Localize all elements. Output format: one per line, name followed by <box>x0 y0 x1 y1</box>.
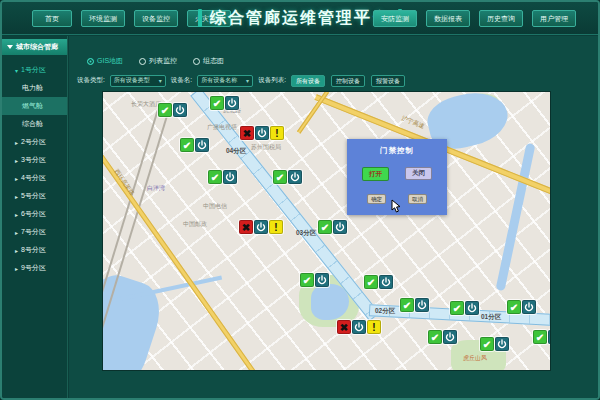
device-marker-fault[interactable]: ✖! <box>337 320 381 334</box>
power-icon[interactable] <box>522 300 536 314</box>
device-list-label: 设备列表: <box>258 76 286 85</box>
cancel-button[interactable]: 取消 <box>408 194 427 204</box>
view-mode-label: 列表监控 <box>149 56 177 66</box>
device-marker-ok[interactable]: ✔ <box>507 300 536 314</box>
view-mode-1[interactable]: 列表监控 <box>139 56 177 66</box>
power-icon[interactable] <box>415 298 429 312</box>
power-icon[interactable] <box>315 273 329 287</box>
device-filter-button-1[interactable]: 控制设备 <box>331 75 365 87</box>
header-nav-left-1[interactable]: 环境监测 <box>81 10 125 27</box>
zone-label: 01分区 <box>481 313 501 322</box>
power-icon[interactable] <box>333 220 347 234</box>
map-place-label: 虎丘山风 <box>463 354 487 363</box>
sidebar-item-4号分区[interactable]: ▸4号分区 <box>2 169 67 187</box>
sidebar-item-label: 5号分区 <box>21 191 46 201</box>
power-icon[interactable] <box>443 330 457 344</box>
confirm-button[interactable]: 确定 <box>367 194 386 204</box>
view-mode-0[interactable]: GIS地图 <box>87 56 123 66</box>
device-list-buttons: 所有设备控制设备报警设备 <box>291 75 405 87</box>
sidebar-item-3号分区[interactable]: ▸3号分区 <box>2 151 67 169</box>
app-window: 首页环境监测设备监控火灾监测 综合管廊运维管理平台 安防监测数据报表历史查询用户… <box>0 0 600 400</box>
power-icon[interactable] <box>254 220 268 234</box>
device-marker-ok[interactable]: ✔ <box>400 298 429 312</box>
device-marker-ok[interactable]: ✔ <box>180 138 209 152</box>
sidebar-item-2号分区[interactable]: ▸2号分区 <box>2 133 67 151</box>
warning-icon: ! <box>269 220 283 234</box>
chevron-down-icon: ▾ <box>159 77 162 84</box>
map-place-label: 白洋湾 <box>147 184 165 193</box>
map-place-label: 中国邮政 <box>183 220 207 229</box>
sidebar-root-node[interactable]: 城市综合管廊 <box>2 39 67 55</box>
title-decor-left-bar <box>198 9 202 27</box>
status-check-icon: ✔ <box>158 103 172 117</box>
power-icon[interactable] <box>173 103 187 117</box>
header: 首页环境监测设备监控火灾监测 综合管廊运维管理平台 安防监测数据报表历史查询用户… <box>2 2 598 35</box>
sidebar-item-1号分区[interactable]: ▾1号分区 <box>2 61 67 79</box>
device-marker-ok[interactable]: ✔ <box>364 275 393 289</box>
device-marker-ok[interactable]: ✔ <box>318 220 347 234</box>
device-marker-ok[interactable]: ✔ <box>480 337 509 351</box>
header-nav-right-1[interactable]: 数据报表 <box>426 10 470 27</box>
radio-icon <box>139 58 146 65</box>
header-nav-left-2[interactable]: 设备监控 <box>134 10 178 27</box>
device-marker-ok[interactable]: ✔ <box>300 273 329 287</box>
status-check-icon: ✔ <box>507 300 521 314</box>
door-open-button[interactable]: 打开 <box>362 167 389 181</box>
device-marker-ok[interactable]: ✔ <box>208 170 237 184</box>
sidebar-item-7号分区[interactable]: ▸7号分区 <box>2 223 67 241</box>
power-icon[interactable] <box>223 170 237 184</box>
sidebar-item-5号分区[interactable]: ▸5号分区 <box>2 187 67 205</box>
device-marker-fault[interactable]: ✖! <box>240 126 284 140</box>
sidebar-item-6号分区[interactable]: ▸6号分区 <box>2 205 67 223</box>
sidebar-item-电力舱[interactable]: 电力舱 <box>2 79 67 97</box>
device-marker-ok[interactable]: ✔ <box>450 301 479 315</box>
device-marker-ok[interactable]: ✔ <box>158 103 187 117</box>
device-marker-fault[interactable]: ✖! <box>239 220 283 234</box>
power-icon[interactable] <box>352 320 366 334</box>
device-marker-ok[interactable]: ✔ <box>273 170 302 184</box>
power-icon[interactable] <box>495 337 509 351</box>
power-icon[interactable] <box>465 301 479 315</box>
power-icon[interactable] <box>288 170 302 184</box>
status-check-icon: ✔ <box>480 337 494 351</box>
status-check-icon: ✔ <box>450 301 464 315</box>
device-filter-button-0[interactable]: 所有设备 <box>291 75 325 87</box>
chevron-right-icon: ▸ <box>15 157 18 164</box>
header-nav-right-3[interactable]: 用户管理 <box>532 10 576 27</box>
device-filter-button-2[interactable]: 报警设备 <box>371 75 405 87</box>
status-check-icon: ✔ <box>364 275 378 289</box>
map-place-label: 广播电视塔 <box>207 123 237 132</box>
status-fault-icon: ✖ <box>240 126 254 140</box>
status-fault-icon: ✖ <box>337 320 351 334</box>
zone-label: 03分区 <box>296 229 316 238</box>
power-icon[interactable] <box>255 126 269 140</box>
power-icon[interactable] <box>379 275 393 289</box>
sidebar-item-综合舱[interactable]: 综合舱 <box>2 115 67 133</box>
gis-map[interactable]: 长荣大酒店虎北路广播电视塔苏州国税局白洋湾中国电信中国邮政西环高架路沪宁高速虎丘… <box>103 92 550 370</box>
power-icon[interactable] <box>225 96 239 110</box>
header-nav-right-0[interactable]: 安防监测 <box>373 10 417 27</box>
header-right-menu: 安防监测数据报表历史查询用户管理 <box>373 10 576 27</box>
device-marker-ok[interactable]: ✔ <box>533 330 550 344</box>
device-type-label: 设备类型: <box>77 76 105 85</box>
sidebar-item-label: 电力舱 <box>22 83 43 93</box>
sidebar-item-燃气舱[interactable]: 燃气舱 <box>2 97 67 115</box>
device-type-select[interactable]: 所有设备类型 ▾ <box>110 75 166 87</box>
power-icon[interactable] <box>195 138 209 152</box>
power-icon[interactable] <box>548 330 550 344</box>
status-check-icon: ✔ <box>428 330 442 344</box>
header-nav-right-2[interactable]: 历史查询 <box>479 10 523 27</box>
door-close-button[interactable]: 关闭 <box>405 167 432 180</box>
device-marker-ok[interactable]: ✔ <box>428 330 457 344</box>
status-check-icon: ✔ <box>180 138 194 152</box>
header-nav-left-0[interactable]: 首页 <box>32 10 72 27</box>
view-mode-2[interactable]: 组态图 <box>193 56 224 66</box>
chevron-down-icon <box>7 45 13 49</box>
page-title: 综合管廊运维管理平台 <box>198 8 402 29</box>
filter-toolbar: 设备类型: 所有设备类型 ▾ 设备名: 所有设备名称 ▾ 设备列表: 所有设备控… <box>77 73 594 88</box>
sidebar-item-label: 8号分区 <box>21 245 46 255</box>
sidebar-item-8号分区[interactable]: ▸8号分区 <box>2 241 67 259</box>
device-name-select[interactable]: 所有设备名称 ▾ <box>197 75 253 87</box>
sidebar-item-9号分区[interactable]: ▸9号分区 <box>2 259 67 277</box>
device-marker-ok[interactable]: ✔ <box>210 96 239 110</box>
